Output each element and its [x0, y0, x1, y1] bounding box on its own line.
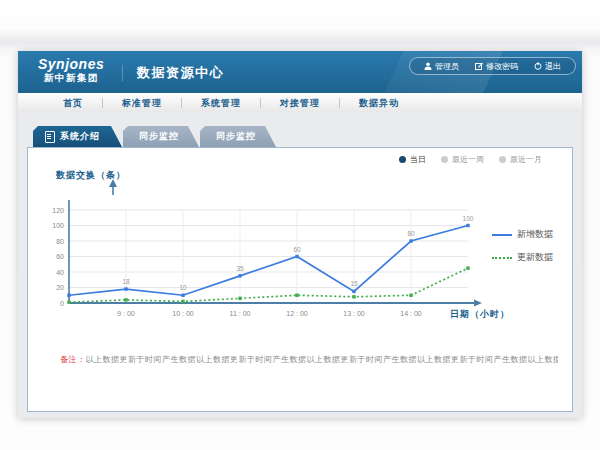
radio-dot-icon: [399, 156, 406, 163]
chart-ytick-label: 80: [56, 238, 64, 245]
content-area: 系统介绍 同步监控 同步监控 当日 最近一周: [18, 113, 582, 418]
user-toolbar: 管理员 修改密码 退出: [409, 57, 576, 75]
chart-point-marker: [466, 224, 469, 227]
chart-axis-x-arrow-icon: [474, 300, 482, 307]
nav-item-home[interactable]: 首页: [44, 97, 102, 110]
chart-point-marker: [295, 255, 298, 258]
radio-today[interactable]: 当日: [399, 154, 426, 165]
chart-panel: 当日 最近一周 最近一月 数据交换（条） 0204060801001209 : …: [27, 147, 573, 412]
document-icon: [45, 131, 55, 143]
tab-label: 同步监控: [216, 130, 256, 143]
radio-dot-icon: [441, 156, 448, 163]
chart-point-marker: [238, 274, 241, 277]
user-name-label: 管理员: [435, 61, 459, 72]
app-header: Synjones 新中新集团 数据资源中心 管理员 修改密码 退出: [18, 51, 582, 93]
x-axis-title: 日期（小时）: [450, 308, 510, 321]
chart-xtick-label: 11 : 00: [230, 310, 251, 317]
nav-item-standard-mgmt[interactable]: 标准管理: [103, 97, 181, 110]
chart-point-marker: [409, 239, 412, 242]
legend-line-dotted-icon: [492, 257, 512, 259]
chart-xtick-label: 14 : 00: [400, 310, 422, 317]
logo-text: Synjones: [38, 57, 104, 72]
nav-item-data-change[interactable]: 数据异动: [340, 97, 418, 110]
logout-label: 退出: [545, 61, 561, 72]
chart-point-label: 35: [236, 265, 244, 272]
chart-point-marker: [466, 266, 469, 269]
logout-button[interactable]: 退出: [526, 61, 569, 72]
chart-series-line: [69, 268, 468, 302]
chart-ytick-label: 60: [56, 253, 64, 260]
logo-subtitle: 新中新集团: [38, 72, 104, 84]
tab-sync-monitor-2[interactable]: 同步监控: [200, 126, 276, 147]
tab-label: 系统介绍: [60, 130, 100, 143]
legend-line-solid-icon: [492, 234, 512, 236]
radio-dot-icon: [499, 156, 506, 163]
chart-point-marker: [124, 287, 127, 290]
chart-point-marker: [352, 290, 355, 293]
footnote-prefix: 备注：: [60, 355, 86, 364]
chart-point-marker: [124, 298, 127, 301]
time-range-filter: 当日 最近一周 最近一月: [399, 154, 542, 165]
legend-label: 更新数据: [517, 251, 553, 264]
nav-item-system-mgmt[interactable]: 系统管理: [182, 97, 260, 110]
chart-point-label: 15: [350, 280, 358, 287]
change-password-label: 修改密码: [486, 61, 518, 72]
user-icon: [424, 62, 432, 70]
y-axis-title: 数据交换（条）: [56, 169, 126, 182]
tab-label: 同步监控: [139, 130, 179, 143]
chart-xtick-label: 9 : 00: [117, 310, 135, 317]
chart-ytick-label: 20: [56, 284, 64, 291]
footnote: 备注：以上数据更新于时间产生数据以上数据更新于时间产生数据以上数据更新于时间产生…: [60, 354, 558, 365]
chart-point-label: 10: [179, 284, 187, 291]
app-window: Synjones 新中新集团 数据资源中心 管理员 修改密码 退出 首页 标准管…: [18, 51, 582, 418]
chart-point-label: 60: [293, 246, 301, 253]
radio-last-week[interactable]: 最近一周: [441, 154, 484, 165]
chart-ytick-label: 120: [52, 207, 64, 214]
chart-ytick-label: 0: [60, 300, 64, 307]
chart-xtick-label: 12 : 00: [286, 310, 308, 317]
chart-svg: 0204060801001209 : 0010 : 0011 : 0012 : …: [28, 148, 570, 409]
tab-sync-monitor-1[interactable]: 同步监控: [123, 126, 199, 147]
tab-bar: 系统介绍 同步监控 同步监控: [33, 126, 276, 147]
legend-label: 新增数据: [517, 228, 553, 241]
chart-ytick-label: 40: [56, 269, 64, 276]
footnote-text: 以上数据更新于时间产生数据以上数据更新于时间产生数据以上数据更新于时间产生数据以…: [86, 355, 559, 364]
radio-label: 最近一月: [510, 154, 542, 165]
legend-item-update-data[interactable]: 更新数据: [492, 251, 553, 264]
nav-item-interface-mgmt[interactable]: 对接管理: [261, 97, 339, 110]
user-menu-button[interactable]: 管理员: [416, 61, 467, 72]
edit-icon: [475, 62, 483, 70]
chart-point-label: 100: [463, 215, 474, 222]
legend-item-new-data[interactable]: 新增数据: [492, 228, 553, 241]
chart-point-label: 80: [407, 230, 415, 237]
chart-point-marker: [67, 294, 70, 297]
change-password-button[interactable]: 修改密码: [467, 61, 526, 72]
chart-point-marker: [295, 294, 298, 297]
page-title: 数据资源中心: [122, 65, 224, 81]
chart-point-marker: [67, 301, 70, 304]
chart-point-marker: [409, 294, 412, 297]
radio-label: 当日: [410, 154, 426, 165]
chart-xtick-label: 13 : 00: [343, 310, 365, 317]
chart-point-marker: [181, 300, 184, 303]
chart-point-marker: [238, 297, 241, 300]
chart-legend: 新增数据 更新数据: [492, 228, 553, 264]
logo[interactable]: Synjones 新中新集团: [38, 57, 104, 84]
tab-system-intro[interactable]: 系统介绍: [33, 126, 122, 147]
radio-label: 最近一周: [452, 154, 484, 165]
chart-point-marker: [181, 294, 184, 297]
chart-xtick-label: 10 : 00: [172, 310, 194, 317]
power-icon: [534, 62, 542, 70]
chart-point-marker: [352, 295, 355, 298]
radio-last-month[interactable]: 最近一月: [499, 154, 542, 165]
main-nav: 首页 标准管理 系统管理 对接管理 数据异动: [18, 93, 582, 114]
chart-point-label: 18: [122, 278, 130, 285]
chart-ytick-label: 100: [52, 222, 64, 229]
